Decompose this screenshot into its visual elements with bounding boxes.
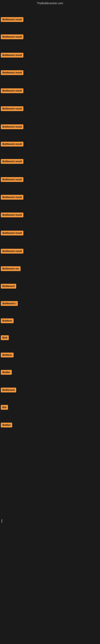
bottleneck-badge[interactable]: Bottleneck result [1, 249, 23, 254]
bottleneck-item-1[interactable]: Bottleneck result [1, 17, 23, 23]
bottleneck-badge[interactable]: Bottleneck result [1, 70, 23, 75]
bottleneck-item-23[interactable]: Bot [1, 405, 8, 410]
bottleneck-badge[interactable]: Bottlen [1, 422, 12, 428]
site-header: TheBottlenecker.com [0, 0, 100, 6]
bottleneck-item-18[interactable]: Bottlene [1, 318, 14, 324]
bottleneck-badge[interactable]: Bottleneck result [1, 142, 23, 146]
bottleneck-item-14[interactable]: Bottleneck result [1, 249, 23, 254]
bottleneck-badge[interactable]: Bottleneck result [1, 124, 23, 129]
page-container: TheBottlenecker.com Bottleneck resultBot… [0, 0, 100, 644]
site-title: TheBottlenecker.com [37, 2, 63, 5]
bottleneck-badge[interactable]: Bottleneck result [1, 195, 23, 200]
bottleneck-badge[interactable]: Bottleneck result [1, 159, 23, 164]
bottleneck-item-8[interactable]: Bottleneck result [1, 142, 23, 147]
bottleneck-badge[interactable]: Bottleneck result [1, 34, 23, 39]
bottleneck-item-12[interactable]: Bottleneck result [1, 212, 23, 218]
bottleneck-badge[interactable]: Bottlene [1, 318, 14, 323]
bottleneck-item-19[interactable]: Bott [1, 335, 9, 341]
bottleneck-badge[interactable]: Bottleneck result [1, 231, 23, 236]
bottleneck-badge[interactable]: Bottleneck r [1, 301, 18, 306]
bottleneck-item-15[interactable]: Bottleneck res [1, 266, 21, 272]
bottleneck-badge[interactable]: Bottleneck res [1, 266, 21, 271]
bottleneck-item-24[interactable]: Bottlen [1, 422, 12, 428]
items-container: Bottleneck resultBottleneck resultBottle… [0, 6, 100, 644]
bottleneck-item-21[interactable]: Bottler [1, 370, 12, 376]
bottleneck-item-11[interactable]: Bottleneck result [1, 195, 23, 200]
bottleneck-badge[interactable]: Bottleneck result [1, 212, 23, 217]
bottleneck-item-5[interactable]: Bottleneck result [1, 88, 23, 94]
bottleneck-badge[interactable]: Bot [1, 405, 8, 410]
bottleneck-item-3[interactable]: Bottleneck result [1, 53, 23, 58]
bottleneck-badge[interactable]: Bottleneck result [1, 88, 23, 93]
bottleneck-badge[interactable]: Bottleneck result [1, 17, 23, 22]
bottleneck-item-16[interactable]: Bottleneck [1, 284, 16, 290]
bottleneck-item-13[interactable]: Bottleneck result [1, 231, 23, 236]
bottleneck-item-22[interactable]: Bottleneck [1, 388, 16, 393]
bottleneck-badge[interactable]: Bottlene [1, 352, 14, 358]
cursor-indicator [1, 519, 2, 523]
bottleneck-badge[interactable]: Bottleneck [1, 284, 16, 288]
bottleneck-item-6[interactable]: Bottleneck result [1, 106, 23, 112]
bottleneck-badge[interactable]: Bottleneck [1, 388, 16, 392]
bottleneck-item-17[interactable]: Bottleneck r [1, 301, 18, 307]
bottleneck-badge[interactable]: Bottleneck result [1, 106, 23, 111]
bottleneck-item-20[interactable]: Bottlene [1, 352, 14, 358]
bottleneck-item-4[interactable]: Bottleneck result [1, 70, 23, 76]
bottleneck-item-2[interactable]: Bottleneck result [1, 34, 23, 40]
bottleneck-item-10[interactable]: Bottleneck result [1, 177, 23, 183]
bottleneck-badge[interactable]: Bottleneck result [1, 177, 23, 182]
bottleneck-badge[interactable]: Bottler [1, 370, 12, 375]
bottleneck-item-7[interactable]: Bottleneck result [1, 124, 23, 130]
bottleneck-item-9[interactable]: Bottleneck result [1, 159, 23, 164]
bottleneck-badge[interactable]: Bott [1, 335, 9, 340]
bottleneck-badge[interactable]: Bottleneck result [1, 53, 23, 58]
